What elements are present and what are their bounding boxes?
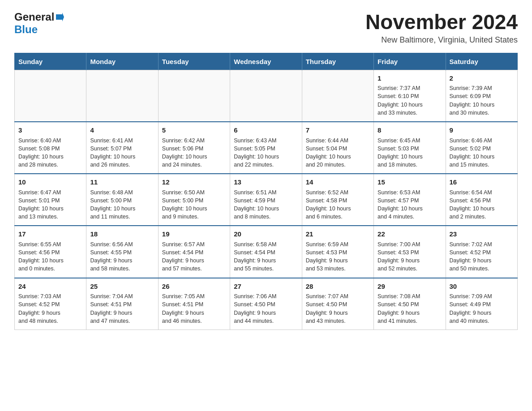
- day-info: and 55 minutes.: [234, 265, 298, 273]
- table-row: [86, 70, 158, 122]
- day-info: Daylight: 10 hours: [378, 101, 442, 109]
- day-info: and 4 minutes.: [378, 213, 442, 221]
- day-info: and 18 minutes.: [378, 161, 442, 169]
- table-row: 10Sunrise: 6:47 AMSunset: 5:01 PMDayligh…: [15, 174, 86, 226]
- day-number: 27: [234, 282, 298, 291]
- day-info: Daylight: 10 hours: [162, 205, 226, 213]
- table-row: [158, 70, 230, 122]
- day-info: Sunset: 5:02 PM: [450, 145, 514, 153]
- day-info: Sunrise: 7:08 AM: [378, 292, 442, 300]
- day-info: Sunrise: 7:00 AM: [378, 240, 442, 248]
- day-info: and 40 minutes.: [450, 317, 514, 325]
- day-info: Daylight: 10 hours: [234, 205, 298, 213]
- day-info: Sunrise: 6:57 AM: [162, 240, 226, 248]
- day-info: Sunrise: 6:50 AM: [162, 188, 226, 197]
- day-info: Daylight: 10 hours: [18, 153, 82, 161]
- table-row: 28Sunrise: 7:07 AMSunset: 4:50 PMDayligh…: [302, 278, 373, 330]
- table-row: 30Sunrise: 7:09 AMSunset: 4:49 PMDayligh…: [446, 278, 517, 330]
- day-info: and 2 minutes.: [450, 213, 514, 221]
- table-row: 9Sunrise: 6:46 AMSunset: 5:02 PMDaylight…: [446, 122, 517, 174]
- day-info: Sunrise: 6:58 AM: [234, 240, 298, 248]
- day-info: Sunset: 4:56 PM: [18, 248, 82, 257]
- day-info: and 30 minutes.: [450, 109, 514, 117]
- day-info: Sunset: 4:51 PM: [90, 300, 154, 308]
- day-number: 13: [234, 177, 298, 187]
- day-info: Sunrise: 6:51 AM: [234, 188, 298, 197]
- day-info: and 13 minutes.: [18, 213, 82, 221]
- day-info: Sunset: 4:54 PM: [234, 248, 298, 257]
- table-row: 11Sunrise: 6:48 AMSunset: 5:00 PMDayligh…: [86, 174, 158, 226]
- day-info: Sunrise: 6:41 AM: [90, 137, 154, 145]
- day-number: 22: [378, 229, 442, 239]
- day-info: and 20 minutes.: [306, 161, 370, 169]
- day-info: Daylight: 10 hours: [378, 153, 442, 161]
- day-info: Sunrise: 6:59 AM: [306, 240, 370, 248]
- title-block: November 2024 New Baltimore, Virginia, U…: [365, 11, 518, 45]
- logo-general-text: General: [14, 11, 54, 23]
- day-info: Daylight: 10 hours: [378, 205, 442, 213]
- day-info: Sunrise: 7:04 AM: [90, 292, 154, 300]
- table-row: [230, 70, 302, 122]
- day-info: Sunset: 4:49 PM: [450, 300, 514, 308]
- day-number: 3: [18, 125, 82, 135]
- day-info: Sunset: 5:04 PM: [306, 145, 370, 153]
- day-info: Daylight: 9 hours: [378, 309, 442, 317]
- calendar-table: Sunday Monday Tuesday Wednesday Thursday…: [14, 53, 518, 330]
- day-info: Daylight: 10 hours: [450, 153, 514, 161]
- day-number: 12: [162, 177, 226, 187]
- logo: General Blue: [14, 11, 64, 36]
- day-info: and 48 minutes.: [18, 317, 82, 325]
- day-info: Daylight: 9 hours: [162, 257, 226, 265]
- table-row: 1Sunrise: 7:37 AMSunset: 6:10 PMDaylight…: [374, 70, 446, 122]
- day-info: and 50 minutes.: [450, 265, 514, 273]
- day-info: Sunrise: 6:43 AM: [234, 137, 298, 145]
- table-row: 7Sunrise: 6:44 AMSunset: 5:04 PMDaylight…: [302, 122, 373, 174]
- day-info: and 44 minutes.: [234, 317, 298, 325]
- day-number: 9: [450, 125, 514, 135]
- day-info: and 9 minutes.: [162, 213, 226, 221]
- day-info: Sunrise: 7:06 AM: [234, 292, 298, 300]
- day-info: Sunset: 5:08 PM: [18, 145, 82, 153]
- col-friday: Friday: [374, 53, 446, 70]
- table-row: 24Sunrise: 7:03 AMSunset: 4:52 PMDayligh…: [15, 278, 86, 330]
- day-number: 21: [306, 229, 370, 239]
- day-info: Sunset: 5:00 PM: [90, 197, 154, 205]
- day-info: Daylight: 9 hours: [162, 309, 226, 317]
- day-number: 24: [18, 282, 82, 291]
- day-info: Daylight: 9 hours: [450, 309, 514, 317]
- day-info: Daylight: 10 hours: [450, 101, 514, 109]
- day-info: and 33 minutes.: [378, 109, 442, 117]
- logo-arrow-icon: [55, 13, 64, 21]
- day-info: Daylight: 10 hours: [306, 153, 370, 161]
- day-info: and 15 minutes.: [450, 161, 514, 169]
- day-number: 5: [162, 125, 226, 135]
- calendar-header-row: Sunday Monday Tuesday Wednesday Thursday…: [15, 53, 518, 70]
- day-info: Daylight: 9 hours: [306, 257, 370, 265]
- day-info: and 43 minutes.: [306, 317, 370, 325]
- table-row: 26Sunrise: 7:05 AMSunset: 4:51 PMDayligh…: [158, 278, 230, 330]
- day-info: Sunset: 6:10 PM: [378, 92, 442, 100]
- svg-marker-0: [56, 13, 64, 21]
- day-info: Daylight: 9 hours: [378, 257, 442, 265]
- day-info: Sunset: 5:07 PM: [90, 145, 154, 153]
- table-row: 5Sunrise: 6:42 AMSunset: 5:06 PMDaylight…: [158, 122, 230, 174]
- day-number: 29: [378, 282, 442, 291]
- day-info: Sunset: 4:50 PM: [378, 300, 442, 308]
- day-info: Daylight: 9 hours: [450, 257, 514, 265]
- day-number: 1: [378, 73, 442, 83]
- day-number: 30: [450, 282, 514, 291]
- day-number: 7: [306, 125, 370, 135]
- day-info: Daylight: 9 hours: [234, 309, 298, 317]
- table-row: [15, 70, 86, 122]
- col-wednesday: Wednesday: [230, 53, 302, 70]
- day-info: and 28 minutes.: [18, 161, 82, 169]
- day-info: Sunset: 5:03 PM: [378, 145, 442, 153]
- day-info: and 58 minutes.: [90, 265, 154, 273]
- day-number: 23: [450, 229, 514, 239]
- day-info: Daylight: 10 hours: [90, 205, 154, 213]
- table-row: 23Sunrise: 7:02 AMSunset: 4:52 PMDayligh…: [446, 226, 517, 278]
- day-info: and 8 minutes.: [234, 213, 298, 221]
- day-number: 2: [450, 73, 514, 83]
- day-info: Sunset: 4:50 PM: [234, 300, 298, 308]
- table-row: 12Sunrise: 6:50 AMSunset: 5:00 PMDayligh…: [158, 174, 230, 226]
